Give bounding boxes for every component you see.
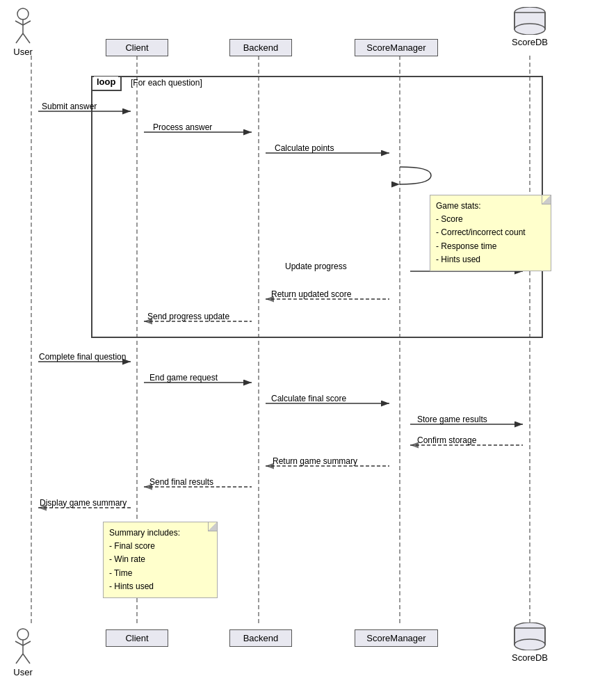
- sequence-diagram: loop [For each question] Client Backend …: [0, 0, 616, 683]
- svg-line-35: [23, 33, 30, 43]
- note-game-stats-line4: - Response time: [436, 240, 545, 253]
- scoredb-bottom: ScoreDB: [505, 622, 555, 663]
- user-actor-top: User: [13, 7, 33, 57]
- note-summary-line2: - Final score: [109, 540, 211, 553]
- loop-label: loop: [94, 77, 118, 87]
- note-summary-line3: - Win rate: [109, 553, 211, 566]
- svg-line-32: [15, 21, 23, 25]
- user-actor-bottom: User: [13, 627, 33, 677]
- note-summary-line4: - Time: [109, 567, 211, 580]
- msg-return-summary: Return game summary: [273, 456, 357, 466]
- scoredb-top-label: ScoreDB: [505, 37, 555, 47]
- msg-submit-answer: Submit answer: [42, 102, 97, 111]
- svg-point-38: [514, 639, 545, 650]
- user-bottom-label: User: [13, 667, 33, 677]
- msg-calculate-points: Calculate points: [275, 143, 334, 153]
- msg-display-summary: Display game summary: [40, 498, 127, 508]
- msg-end-game: End game request: [149, 373, 218, 383]
- msg-send-progress-update: Send progress update: [147, 312, 229, 321]
- svg-point-41: [17, 629, 29, 640]
- svg-line-34: [16, 33, 23, 43]
- note-game-stats-line2: - Score: [436, 213, 545, 226]
- msg-calc-final: Calculate final score: [271, 394, 346, 403]
- lifeline-scoremanager-top: ScoreManager: [355, 39, 438, 56]
- svg-line-43: [15, 641, 23, 645]
- msg-update-progress: Update progress: [285, 262, 347, 271]
- svg-line-45: [16, 654, 23, 664]
- lifeline-scoremanager-bottom: ScoreManager: [355, 629, 438, 647]
- svg-point-27: [514, 24, 545, 35]
- user-top-label: User: [13, 47, 33, 57]
- loop-condition: [For each question]: [131, 78, 202, 88]
- scoredb-bottom-label: ScoreDB: [505, 652, 555, 663]
- svg-line-46: [23, 654, 30, 664]
- lifeline-client-bottom: Client: [106, 629, 168, 647]
- lifeline-backend-bottom: Backend: [229, 629, 292, 647]
- note-game-stats-line5: - Hints used: [436, 253, 545, 266]
- lifeline-client-top: Client: [106, 39, 168, 56]
- svg-line-44: [23, 641, 31, 645]
- note-game-stats-line3: - Correct/incorrect count: [436, 226, 545, 239]
- note-game-stats: Game stats: - Score - Correct/incorrect …: [430, 195, 551, 271]
- svg-line-33: [23, 21, 31, 25]
- note-summary: Summary includes: - Final score - Win ra…: [103, 522, 218, 598]
- svg-point-30: [17, 8, 29, 19]
- msg-process-answer: Process answer: [153, 122, 212, 132]
- msg-store-results: Store game results: [417, 415, 487, 424]
- msg-complete-final: Complete final question: [39, 352, 126, 362]
- scoredb-top: ScoreDB: [505, 7, 555, 47]
- msg-confirm-storage: Confirm storage: [417, 435, 476, 445]
- note-game-stats-line1: Game stats:: [436, 200, 545, 213]
- note-summary-line1: Summary includes:: [109, 527, 211, 540]
- lifeline-backend-top: Backend: [229, 39, 292, 56]
- msg-return-updated-score: Return updated score: [271, 289, 351, 299]
- note-summary-line5: - Hints used: [109, 580, 211, 593]
- msg-send-final: Send final results: [149, 477, 213, 487]
